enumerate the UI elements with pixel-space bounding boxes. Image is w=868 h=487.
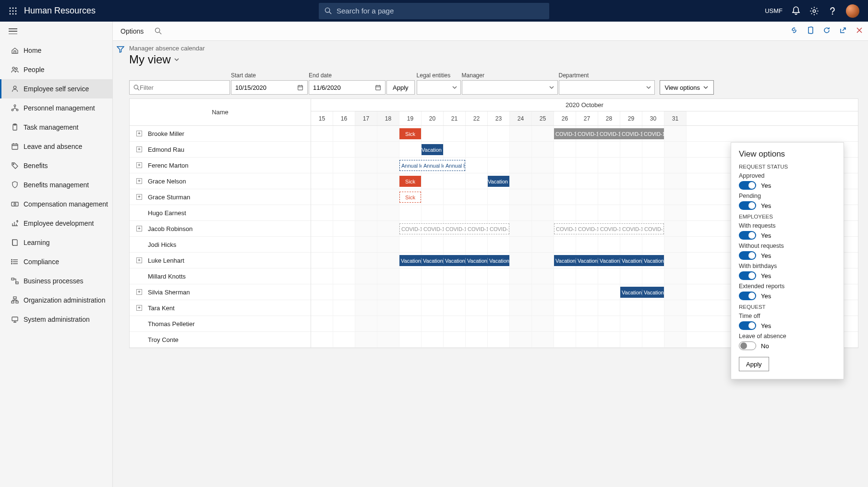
- toggle-pending[interactable]: [739, 201, 756, 210]
- nav-item-home[interactable]: Home: [0, 41, 112, 60]
- gear-icon[interactable]: [809, 6, 819, 16]
- name-header: Name: [130, 99, 311, 126]
- expand-icon[interactable]: +: [136, 178, 142, 184]
- svg-point-22: [13, 164, 14, 165]
- calendar-icon[interactable]: [297, 85, 303, 91]
- popover-apply-button[interactable]: Apply: [739, 357, 769, 371]
- flow-icon: [9, 277, 21, 285]
- popout-icon[interactable]: [839, 26, 847, 36]
- legal-entity-label[interactable]: USMF: [765, 7, 783, 14]
- legal-entities-combo[interactable]: [417, 80, 461, 95]
- refresh-icon[interactable]: [823, 26, 831, 36]
- expand-icon[interactable]: +: [136, 289, 142, 295]
- shield-icon: [9, 181, 21, 189]
- absence-bar[interactable]: COVID-1COVID-1COVID-1COVID-1COVID-1: [554, 128, 664, 139]
- expand-icon[interactable]: +: [136, 194, 142, 200]
- close-icon[interactable]: [856, 26, 863, 36]
- orgadmin-icon: [9, 296, 21, 304]
- help-icon[interactable]: [828, 6, 837, 16]
- nav-item-compliance[interactable]: Compliance: [0, 252, 112, 271]
- view-options-button[interactable]: View options: [660, 80, 714, 95]
- expand-icon[interactable]: +: [136, 257, 142, 263]
- absence-bar[interactable]: COVID-1COVID-1COVID-1COVID-1COVID-1: [399, 223, 509, 234]
- toggle-extended-reports[interactable]: [739, 292, 756, 300]
- employee-row: +Silvia Sherman: [130, 284, 311, 300]
- employee-row: +Brooke Miller: [130, 126, 311, 142]
- cmd-search-icon[interactable]: [153, 26, 163, 36]
- end-date-input[interactable]: 11/6/2020: [309, 80, 386, 95]
- svg-point-1: [12, 7, 14, 9]
- month-header: 2020 October: [311, 99, 858, 111]
- page-title: My view: [129, 53, 171, 66]
- nav-item-employee-development[interactable]: Employee development: [0, 214, 112, 233]
- nav-item-leave-and-absence[interactable]: Leave and absence: [0, 137, 112, 156]
- expand-icon[interactable]: +: [136, 131, 142, 136]
- search-box[interactable]: [319, 3, 549, 19]
- toggle-with-requests[interactable]: [739, 231, 756, 240]
- svg-point-4: [12, 10, 14, 12]
- absence-bar[interactable]: VacationVacationVacationVacationVacation: [399, 255, 509, 266]
- svg-rect-31: [12, 301, 14, 303]
- view-switcher[interactable]: My view: [129, 53, 858, 66]
- nav-item-people[interactable]: People: [0, 60, 112, 79]
- nav-item-business-processes[interactable]: Business processes: [0, 271, 112, 291]
- nav-item-employee-self-service[interactable]: Employee self service: [0, 79, 112, 98]
- expand-icon[interactable]: +: [136, 226, 142, 231]
- nav-item-benefits[interactable]: Benefits: [0, 156, 112, 175]
- options-tab[interactable]: Options: [121, 27, 144, 35]
- department-combo[interactable]: [559, 80, 655, 95]
- nav-item-task-management[interactable]: Task management: [0, 118, 112, 137]
- expand-icon[interactable]: +: [136, 162, 142, 168]
- absence-bar[interactable]: VacationVacationVacationVacationVacation: [554, 255, 664, 266]
- svg-rect-29: [16, 282, 18, 284]
- growth-icon: [9, 219, 21, 227]
- expand-icon[interactable]: +: [136, 305, 142, 311]
- link-icon[interactable]: [790, 26, 798, 36]
- day-header: 27: [576, 111, 598, 125]
- svg-rect-28: [12, 278, 14, 280]
- absence-bar[interactable]: Sick: [399, 176, 421, 187]
- nav-item-organization-administration[interactable]: Organization administration: [0, 291, 112, 310]
- absence-bar[interactable]: Vacation: [422, 144, 443, 155]
- toggle-leave-of-absence[interactable]: [739, 341, 756, 350]
- nav-item-benefits-management[interactable]: Benefits management: [0, 175, 112, 195]
- absence-bar[interactable]: Annual leAnnual leAnnual le: [399, 160, 465, 171]
- avatar[interactable]: [846, 4, 859, 18]
- office-icon[interactable]: [807, 26, 814, 36]
- nav-item-compensation-management[interactable]: Compensation management: [0, 195, 112, 214]
- expand-icon[interactable]: +: [136, 146, 142, 152]
- filter-pane-toggle[interactable]: [113, 41, 128, 487]
- svg-point-0: [10, 7, 11, 9]
- svg-line-10: [329, 12, 331, 14]
- start-date-input[interactable]: 10/15/2020: [231, 80, 308, 95]
- nav-item-personnel-management[interactable]: Personnel management: [0, 98, 112, 118]
- nav-item-learning[interactable]: Learning: [0, 233, 112, 252]
- toggle-time-off[interactable]: [739, 321, 756, 330]
- day-header: 17: [355, 111, 377, 125]
- filter-input[interactable]: [129, 80, 230, 95]
- svg-rect-21: [12, 144, 18, 149]
- apply-button[interactable]: Apply: [386, 80, 415, 95]
- nav-toggle[interactable]: [0, 22, 112, 41]
- absence-bar[interactable]: Sick: [399, 128, 421, 139]
- employee-row: +Grace Sturman: [130, 189, 311, 205]
- toggle-without-requests[interactable]: [739, 251, 756, 260]
- calendar-icon[interactable]: [375, 85, 381, 91]
- bell-icon[interactable]: [791, 6, 801, 16]
- toggle-with-birthdays[interactable]: [739, 271, 756, 280]
- absence-bar[interactable]: Vacation: [488, 176, 509, 187]
- top-bar: Human Resources USMF: [0, 0, 868, 22]
- day-header: 15: [311, 111, 333, 125]
- home-icon: [9, 47, 21, 54]
- absence-bar[interactable]: VacationVacation: [620, 287, 664, 298]
- toggle-approved[interactable]: [739, 181, 756, 190]
- start-date-label: Start date: [231, 72, 308, 79]
- absence-bar[interactable]: Sick: [399, 192, 421, 203]
- absence-bar[interactable]: COVID-1COVID-1COVID-1COVID-1COVID-1: [554, 223, 664, 234]
- waffle-icon[interactable]: [5, 3, 21, 19]
- svg-point-34: [155, 28, 159, 32]
- search-input[interactable]: [337, 7, 543, 15]
- nav-item-system-administration[interactable]: System administration: [0, 310, 112, 329]
- svg-point-27: [12, 263, 12, 264]
- manager-combo[interactable]: [462, 80, 558, 95]
